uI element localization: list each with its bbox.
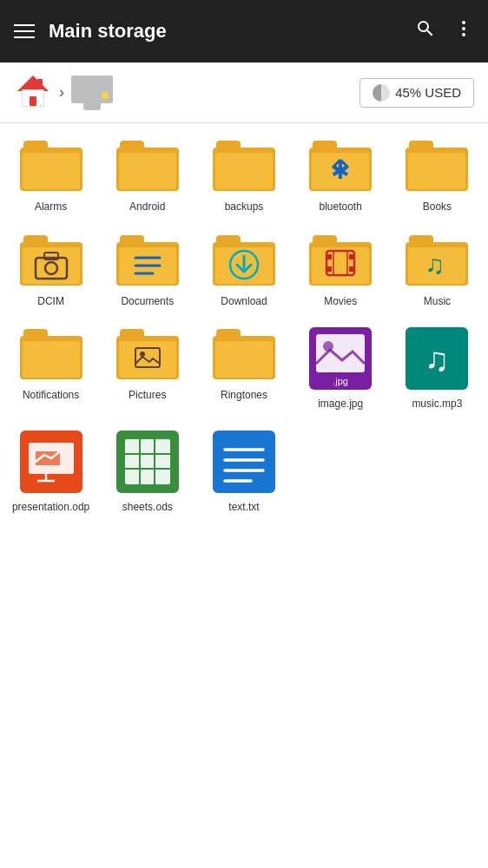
file-icon [116, 233, 179, 291]
list-item[interactable]: Documents [100, 227, 195, 316]
file-label: Music [424, 295, 451, 309]
svg-rect-23 [408, 153, 465, 189]
list-item[interactable]: ♫ Music [390, 227, 485, 316]
breadcrumb: › 45% USED [0, 62, 488, 123]
svg-text:.jpg: .jpg [333, 376, 348, 386]
svg-rect-67 [316, 334, 365, 372]
more-options-button[interactable] [453, 18, 474, 44]
svg-rect-4 [37, 79, 43, 88]
file-icon [213, 431, 275, 496]
file-label: presentation.odp [12, 501, 89, 515]
list-item[interactable]: presentation.odp [3, 424, 98, 522]
svg-rect-7 [30, 96, 36, 106]
svg-rect-16 [215, 153, 273, 189]
file-grid: Alarms Android backups [0, 123, 488, 529]
file-icon [116, 431, 179, 496]
file-label: image.jpg [318, 398, 363, 411]
storage-button[interactable] [71, 76, 113, 110]
file-label: Alarms [35, 201, 67, 214]
file-icon [213, 139, 275, 196]
file-icon: ♫ [406, 327, 468, 393]
file-icon [309, 233, 372, 291]
svg-point-0 [462, 21, 465, 24]
file-icon [213, 233, 275, 291]
svg-rect-13 [119, 153, 176, 189]
file-label: Notifications [23, 389, 79, 403]
file-label: bluetooth [320, 201, 362, 214]
file-label: Ringtones [221, 389, 267, 403]
svg-rect-10 [23, 153, 80, 189]
list-item[interactable]: Alarms [3, 132, 98, 221]
file-icon [20, 327, 82, 385]
svg-rect-43 [312, 247, 369, 284]
menu-button[interactable] [14, 24, 35, 38]
file-label: text.txt [228, 501, 259, 515]
file-label: music.mp3 [412, 398, 462, 411]
file-icon: ✱ [309, 139, 372, 196]
svg-rect-48 [349, 266, 354, 272]
list-item[interactable]: Notifications [3, 320, 98, 418]
used-badge: 45% USED [359, 78, 474, 108]
list-item[interactable]: Movies [293, 227, 388, 316]
svg-point-2 [462, 33, 465, 36]
file-icon [406, 139, 468, 196]
svg-rect-57 [23, 341, 80, 378]
top-bar: Main storage [0, 0, 488, 62]
svg-rect-47 [326, 266, 332, 272]
used-icon [373, 84, 390, 102]
file-icon [20, 431, 82, 496]
list-item[interactable]: ✱ bluetooth [293, 132, 388, 221]
used-label: 45% USED [395, 85, 461, 100]
svg-rect-65 [215, 341, 273, 378]
file-icon [116, 327, 179, 385]
page-title: Main storage [49, 20, 401, 43]
svg-marker-3 [17, 76, 49, 91]
file-icon [213, 327, 275, 385]
file-label: Android [129, 201, 165, 214]
svg-rect-78 [125, 439, 170, 484]
file-label: Download [221, 295, 267, 309]
list-item[interactable]: Download [196, 227, 291, 316]
list-item[interactable]: .jpg image.jpg [293, 320, 388, 418]
file-label: sheets.ods [122, 501, 173, 515]
file-label: Movies [324, 295, 357, 309]
svg-rect-45 [326, 254, 332, 260]
list-item[interactable]: Pictures [100, 320, 195, 418]
svg-rect-83 [213, 431, 275, 493]
list-item[interactable]: Ringtones [196, 320, 291, 418]
svg-point-1 [462, 27, 465, 30]
file-label: Pictures [129, 389, 166, 403]
file-icon: .jpg [309, 327, 372, 393]
file-label: Books [423, 201, 452, 214]
top-bar-actions [415, 18, 474, 44]
list-item[interactable]: backups [196, 132, 291, 221]
file-label: Documents [121, 295, 174, 309]
file-icon: ♫ [406, 233, 468, 291]
file-icon [20, 139, 82, 196]
list-item[interactable]: DCIM [3, 227, 98, 316]
file-label: DCIM [37, 295, 64, 309]
svg-rect-46 [349, 254, 354, 260]
svg-rect-60 [119, 341, 176, 378]
file-icon [116, 139, 179, 196]
file-icon [20, 233, 82, 291]
home-button[interactable] [14, 72, 52, 114]
breadcrumb-chevron: › [59, 83, 64, 102]
list-item[interactable]: Books [390, 132, 485, 221]
list-item[interactable]: ♫ music.mp3 [390, 320, 485, 418]
svg-text:♫: ♫ [425, 250, 445, 279]
svg-text:♫: ♫ [425, 341, 450, 378]
file-label: backups [225, 201, 264, 214]
list-item[interactable]: text.txt [196, 424, 291, 522]
search-button[interactable] [415, 18, 436, 44]
list-item[interactable]: sheets.ods [100, 424, 195, 522]
list-item[interactable]: Android [100, 132, 195, 221]
